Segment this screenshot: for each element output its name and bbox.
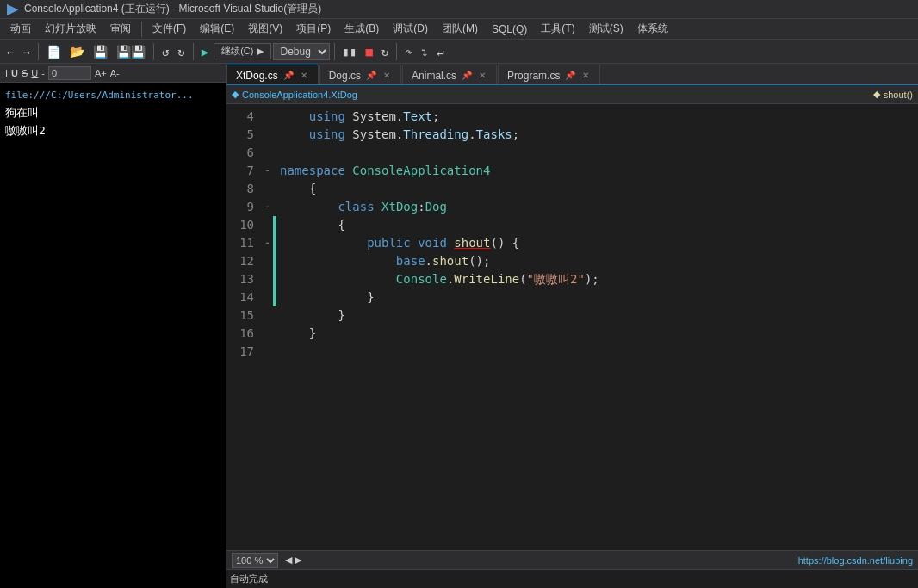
zoom-value: ◀ ▶ bbox=[285, 554, 301, 566]
menu-test[interactable]: 测试(S) bbox=[582, 20, 630, 38]
forward-btn[interactable]: → bbox=[19, 43, 33, 60]
menu-view[interactable]: 视图(V) bbox=[241, 20, 289, 38]
ca-4 bbox=[261, 108, 273, 126]
menu-file[interactable]: 文件(F) bbox=[146, 20, 193, 38]
ca-17 bbox=[261, 343, 273, 361]
code-line-6 bbox=[276, 144, 918, 162]
file-path-line: file:///C:/Users/Administrator... bbox=[5, 86, 220, 104]
bold-btn[interactable]: U bbox=[11, 68, 18, 78]
step-out-btn[interactable]: ↵ bbox=[433, 43, 447, 60]
ca-11[interactable]: ⁃ bbox=[261, 234, 273, 252]
code-area: 4 5 6 7 8 9 10 11 12 13 14 15 16 17 ⁃ bbox=[226, 104, 918, 550]
menu-sql[interactable]: SQL(Q) bbox=[485, 22, 534, 37]
code-line-17 bbox=[276, 343, 918, 361]
restart-btn[interactable]: ↻ bbox=[378, 43, 392, 60]
underline-btn[interactable]: U bbox=[31, 68, 38, 78]
save-btn[interactable]: 💾 bbox=[90, 43, 111, 60]
tab-animal-label: Animal.cs bbox=[412, 70, 456, 82]
debug-mode-dropdown[interactable]: Debug bbox=[273, 43, 330, 60]
tab-xtdog-pin[interactable]: 📌 bbox=[283, 71, 294, 80]
menu-edit[interactable]: 编辑(E) bbox=[193, 20, 241, 38]
tab-xtdog[interactable]: XtDog.cs 📌 ✕ bbox=[226, 65, 319, 84]
ln-9: 9 bbox=[226, 198, 254, 216]
bottom-area: 自动完成 bbox=[226, 569, 918, 588]
menu-review[interactable]: 审阅 bbox=[103, 20, 138, 38]
tab-program-close[interactable]: ✕ bbox=[580, 71, 591, 80]
code-line-5: using System.Threading.Tasks; bbox=[276, 126, 918, 144]
menu-bar: 动画 幻灯片放映 审阅 文件(F) 编辑(E) 视图(V) 项目(P) 生成(B… bbox=[0, 19, 918, 40]
menu-donghua[interactable]: 动画 bbox=[3, 20, 38, 38]
ca-16 bbox=[261, 325, 273, 343]
font-size-down[interactable]: A- bbox=[110, 68, 120, 78]
tab-program-pin[interactable]: 📌 bbox=[565, 71, 575, 80]
ln-14: 14 bbox=[226, 288, 254, 306]
menu-project[interactable]: 项目(P) bbox=[289, 20, 338, 38]
tab-animal[interactable]: Animal.cs 📌 ✕ bbox=[402, 65, 497, 84]
ca-6 bbox=[261, 144, 273, 162]
nav-method: shout() bbox=[884, 90, 913, 100]
code-line-7: namespace ConsoleApplication4 bbox=[276, 162, 918, 180]
nav-icon: ◆ bbox=[232, 89, 239, 100]
ca-9[interactable]: ⁃ bbox=[261, 198, 273, 216]
menu-tools[interactable]: 工具(T) bbox=[534, 20, 581, 38]
menu-build[interactable]: 生成(B) bbox=[338, 20, 386, 38]
start-btn[interactable]: ▶ bbox=[198, 43, 212, 60]
tab-animal-close[interactable]: ✕ bbox=[477, 71, 487, 80]
tab-dog[interactable]: Dog.cs 📌 ✕ bbox=[319, 65, 401, 84]
tab-xtdog-close[interactable]: ✕ bbox=[299, 71, 309, 80]
collapse-arrows: ⁃ ⁃ ⁃ bbox=[261, 104, 273, 550]
pause-btn[interactable]: ▮▮ bbox=[339, 43, 361, 60]
undo-btn[interactable]: ↺ bbox=[158, 43, 172, 60]
tab-dog-pin[interactable]: 📌 bbox=[366, 71, 376, 80]
ln-13: 13 bbox=[226, 270, 254, 288]
tab-program[interactable]: Program.cs 📌 ✕ bbox=[498, 65, 600, 84]
menu-arch[interactable]: 体系统 bbox=[630, 20, 675, 38]
menu-debug[interactable]: 调试(D) bbox=[386, 20, 435, 38]
console-output: file:///C:/Users/Administrator... 狗在叫 嗷嗷… bbox=[0, 83, 226, 588]
code-line-16: } bbox=[276, 325, 918, 343]
code-editor-panel: XtDog.cs 📌 ✕ Dog.cs 📌 ✕ Animal.cs 📌 ✕ Pr… bbox=[226, 64, 918, 588]
code-line-11: public void shout() { bbox=[276, 234, 918, 252]
redo-btn[interactable]: ↻ bbox=[174, 43, 188, 60]
tab-animal-pin[interactable]: 📌 bbox=[462, 71, 472, 80]
step-over-btn[interactable]: ↷ bbox=[401, 43, 415, 60]
new-file-btn[interactable]: 📄 bbox=[43, 43, 65, 60]
ln-5: 5 bbox=[226, 126, 254, 144]
tab-dog-close[interactable]: ✕ bbox=[381, 71, 392, 80]
ln-4: 4 bbox=[226, 108, 254, 126]
open-btn[interactable]: 📂 bbox=[66, 43, 88, 60]
code-line-8: { bbox=[276, 180, 918, 198]
stop-btn[interactable]: ■ bbox=[362, 43, 375, 60]
ln-6: 6 bbox=[226, 144, 254, 162]
font-size-input[interactable] bbox=[48, 66, 91, 80]
zoom-select[interactable]: 100 % bbox=[232, 553, 278, 568]
font-size-up[interactable]: A+ bbox=[95, 68, 107, 78]
ln-7: 7 bbox=[226, 162, 254, 180]
back-btn[interactable]: ← bbox=[3, 43, 17, 60]
ca-15 bbox=[261, 306, 273, 325]
save-all-btn[interactable]: 💾💾 bbox=[113, 43, 149, 60]
ln-11: 11 bbox=[226, 234, 254, 252]
menu-slideshow[interactable]: 幻灯片放映 bbox=[38, 20, 103, 38]
font-label: I bbox=[5, 68, 8, 78]
line-numbers: 4 5 6 7 8 9 10 11 12 13 14 15 16 17 bbox=[226, 104, 261, 550]
code-line-15: } bbox=[276, 306, 918, 325]
step-into-btn[interactable]: ↴ bbox=[418, 43, 431, 60]
code-content[interactable]: using System.Text; using System.Threadin… bbox=[276, 104, 918, 550]
vs-logo: ▶ bbox=[7, 1, 17, 17]
code-line-10: { bbox=[276, 216, 918, 234]
main-layout: I U S U - A+ A- file:///C:/Users/Adminis… bbox=[0, 64, 918, 588]
status-url: https://blog.csdn.net/liubing bbox=[798, 555, 913, 566]
ln-12: 12 bbox=[226, 252, 254, 270]
code-line-12: base.shout(); bbox=[276, 252, 918, 270]
auto-complete-label: 自动完成 bbox=[230, 573, 268, 585]
continue-button[interactable]: 继续(C) ▶ bbox=[214, 43, 270, 59]
title-bar: ▶ ConsoleApplication4 (正在运行) - Microsoft… bbox=[0, 0, 918, 19]
ca-7[interactable]: ⁃ bbox=[261, 162, 273, 180]
ca-10 bbox=[261, 216, 273, 234]
ca-13 bbox=[261, 270, 273, 288]
strike-btn[interactable]: S bbox=[22, 68, 28, 78]
code-line-4: using System.Text; bbox=[276, 108, 918, 126]
menu-team[interactable]: 团队(M) bbox=[435, 20, 485, 38]
ca-5 bbox=[261, 126, 273, 144]
